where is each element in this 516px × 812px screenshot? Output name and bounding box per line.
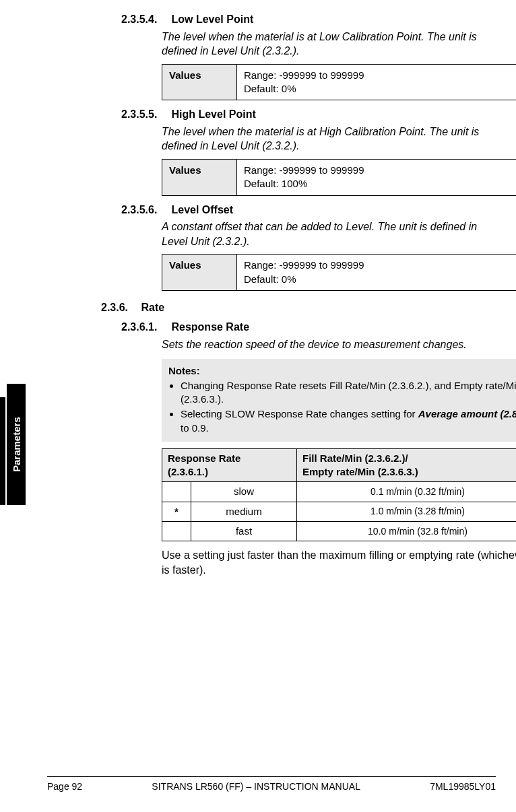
range: Range: -999999 to 999999	[244, 164, 516, 177]
secnum: 2.3.6.1.	[121, 320, 168, 335]
rate-table: Response Rate (2.3.6.1.) Fill Rate/Min (…	[162, 448, 516, 541]
range: Range: -999999 to 999999	[244, 259, 516, 272]
heading-2361: 2.3.6.1. Response Rate	[121, 320, 496, 335]
edge-strip	[0, 397, 5, 505]
values-table-2354: Values Range: -999999 to 999999 Default:…	[162, 64, 516, 101]
cell-star	[162, 521, 191, 541]
cell-val: 0.1 m/min (0.32 ft/min)	[297, 482, 517, 502]
th1b: (2.3.6.1.)	[168, 465, 291, 479]
title: Rate	[141, 302, 164, 313]
th2b: Empty rate/Min (2.3.6.3.)	[302, 465, 516, 479]
values-cell: Range: -999999 to 999999 Default: 0%	[237, 255, 517, 291]
th-response-rate: Response Rate (2.3.6.1.)	[162, 448, 297, 482]
values-cell: Range: -999999 to 999999 Default: 0%	[237, 64, 517, 100]
note-2: Selecting SLOW Response Rate changes set…	[181, 407, 516, 435]
heading-236: 2.3.6. Rate	[101, 300, 496, 315]
post-text: Use a setting just faster than the maxim…	[162, 548, 516, 577]
values-label: Values	[162, 64, 237, 100]
secnum: 2.3.6.	[101, 300, 138, 315]
cell-star: *	[162, 502, 191, 521]
title: Level Offset	[171, 204, 233, 215]
range: Range: -999999 to 999999	[244, 69, 516, 82]
notes-title: Notes:	[168, 364, 516, 378]
heading-2356: 2.3.5.6. Level Offset	[121, 203, 496, 217]
cell-val: 10.0 m/min (32.8 ft/min)	[297, 521, 517, 541]
values-table-2356: Values Range: -999999 to 999999 Default:…	[162, 254, 516, 291]
desc-2356: A constant offset that can be added to L…	[162, 219, 496, 248]
values-label: Values	[162, 255, 237, 291]
heading-2354: 2.3.5.4. Low Level Point	[121, 12, 496, 27]
footer-title: SITRANS LR560 (FF) – INSTRUCTION MANUAL	[152, 781, 360, 792]
cell-speed: slow	[191, 482, 297, 502]
table-row: slow 0.1 m/min (0.32 ft/min)	[162, 482, 517, 502]
note2a: Selecting SLOW Response Rate changes set…	[181, 408, 418, 419]
note2c: to 0.9.	[181, 422, 209, 434]
cell-val: 1.0 m/min (3.28 ft/min)	[297, 502, 517, 521]
footer-doc: 7ML19985LY01	[430, 781, 496, 792]
title: Low Level Point	[171, 13, 253, 25]
desc-2361: Sets the reaction speed of the device to…	[162, 337, 496, 352]
values-label: Values	[162, 160, 237, 196]
notes-list: Changing Response Rate resets Fill Rate/…	[168, 379, 516, 435]
secnum: 2.3.5.6.	[121, 203, 168, 217]
page: Parameters 2.3.5.4. Low Level Point The …	[0, 0, 516, 812]
values-table-2355: Values Range: -999999 to 999999 Default:…	[162, 159, 516, 196]
heading-2355: 2.3.5.5. High Level Point	[121, 107, 496, 122]
th1a: Response Rate	[168, 452, 291, 465]
desc-2354: The level when the material is at Low Ca…	[162, 30, 496, 59]
values-cell: Range: -999999 to 999999 Default: 100%	[237, 160, 517, 196]
desc-2355: The level when the material is at High C…	[162, 125, 496, 154]
th-fill-empty: Fill Rate/Min (2.3.6.2.)/ Empty rate/Min…	[297, 448, 517, 482]
note2b: Average amount (2.8.3.)	[418, 408, 516, 419]
secnum: 2.3.5.5.	[121, 107, 168, 122]
footer-page: Page 92	[47, 781, 82, 792]
th2a: Fill Rate/Min (2.3.6.2.)/	[302, 452, 516, 465]
notes-box: Notes: Changing Response Rate resets Fil…	[162, 359, 516, 442]
content-area: 2.3.5.4. Low Level Point The level when …	[61, 7, 496, 577]
default: Default: 0%	[244, 273, 516, 286]
table-row: * medium 1.0 m/min (3.28 ft/min)	[162, 502, 517, 521]
default: Default: 0%	[244, 82, 516, 96]
cell-star	[162, 482, 191, 502]
side-tab-parameters: Parameters	[7, 384, 26, 505]
footer: Page 92 SITRANS LR560 (FF) – INSTRUCTION…	[47, 776, 496, 792]
cell-speed: fast	[191, 521, 297, 541]
note-1: Changing Response Rate resets Fill Rate/…	[181, 379, 516, 407]
table-row: fast 10.0 m/min (32.8 ft/min)	[162, 521, 517, 541]
cell-speed: medium	[191, 502, 297, 521]
title: Response Rate	[171, 321, 249, 333]
default: Default: 100%	[244, 177, 516, 191]
secnum: 2.3.5.4.	[121, 12, 168, 27]
title: High Level Point	[171, 108, 255, 120]
